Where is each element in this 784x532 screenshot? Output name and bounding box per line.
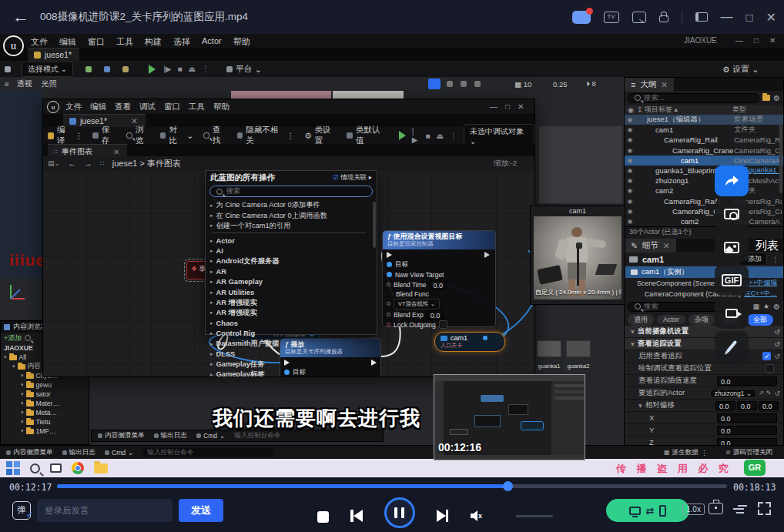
perspective-dropdown[interactable]: 透视: [17, 79, 32, 89]
add-content-button[interactable]: +添加: [4, 333, 22, 343]
details-settings-icon[interactable]: ⚙: [773, 303, 780, 311]
tab-close-icon[interactable]: ✕: [663, 241, 670, 250]
outliner-search-input[interactable]: 搜索...: [628, 93, 759, 103]
grid-snap-value[interactable]: ▦ 10: [514, 80, 531, 89]
toolbox-icon[interactable]: [709, 503, 723, 514]
pin-column-icon[interactable]: ↧: [637, 106, 645, 114]
task-view-icon[interactable]: [50, 463, 62, 473]
menu-item[interactable]: 构建: [145, 36, 162, 48]
menu-item[interactable]: ▸Gameplay任务: [206, 360, 374, 370]
save-button[interactable]: 保存: [92, 125, 116, 146]
menu-item[interactable]: 查看: [115, 102, 131, 112]
pip-preview-window[interactable]: 00:12:16: [434, 374, 585, 460]
pin-icon[interactable]: [387, 323, 390, 326]
diff-dropdown[interactable]: 对比 ⌄: [160, 125, 193, 146]
menu-item[interactable]: ▸Gameplay标签: [206, 370, 374, 376]
blend-func-dropdown[interactable]: VT混合线性 ⌄: [394, 299, 440, 309]
close-button[interactable]: ✕: [766, 10, 776, 25]
outliner-settings-icon[interactable]: ⚙: [773, 94, 780, 102]
source-control-button[interactable]: ⊘源码管理关闭: [725, 448, 772, 457]
cmd-dropdown[interactable]: Cmd ⌄: [196, 431, 225, 440]
enable-tracking-checkbox[interactable]: ✓: [762, 352, 771, 360]
debug-tracking-checkbox[interactable]: [766, 364, 774, 373]
outliner-tab[interactable]: ≡ 大纲✕: [625, 78, 674, 92]
rotate-tool-icon[interactable]: [461, 81, 467, 87]
pin-icon[interactable]: [387, 283, 390, 286]
visibility-eye-icon[interactable]: ◉: [625, 208, 635, 215]
context-menu-search-input[interactable]: 搜索: [209, 186, 373, 197]
screenshot-button[interactable]: [715, 199, 749, 229]
play-options-icon[interactable]: ⋮: [202, 65, 209, 73]
menu-item[interactable]: ▸AR 增强现实: [206, 297, 374, 307]
content-folder-row[interactable]: ▾1MF…: [1, 427, 89, 436]
scrollbar[interactable]: [779, 124, 782, 193]
console-input[interactable]: 输入控制台命令: [142, 448, 273, 457]
outliner-row[interactable]: ◉ cam1 CineCameraA: [625, 156, 783, 166]
blend-time-input[interactable]: 0.0: [430, 280, 447, 289]
gr-badge[interactable]: GR: [744, 460, 766, 476]
outliner-row[interactable]: ◉ CameraRig_Rail CameraRig_Ra: [625, 135, 783, 145]
blend-exp-input[interactable]: 0.0: [427, 310, 444, 320]
send-button[interactable]: 发送: [179, 499, 223, 522]
menu-item[interactable]: ▸Android文件服务器: [206, 256, 374, 266]
outliner-row[interactable]: ◉ cam2 文件夹: [625, 186, 783, 196]
pin-icon[interactable]: [387, 313, 390, 316]
breadcrumb[interactable]: juese1 > 事件图表: [112, 158, 181, 169]
reset-icon[interactable]: ↺: [774, 340, 780, 348]
find-button[interactable]: 查找: [203, 125, 227, 146]
visibility-eye-icon[interactable]: ◉: [625, 177, 635, 184]
lit-mode-dropdown[interactable]: 光照: [42, 79, 57, 89]
bp-frameskip-icon[interactable]: |▶: [412, 127, 420, 144]
stop-icon[interactable]: ■: [177, 65, 182, 73]
taskbar-search-icon[interactable]: [30, 463, 40, 473]
add-actor-icon[interactable]: [85, 66, 92, 72]
select-mode-dropdown[interactable]: 选择模式 ⌄: [22, 62, 73, 77]
x-input[interactable]: 0.0: [717, 413, 777, 423]
platform-dropdown[interactable]: 平台 ⌄: [226, 64, 262, 75]
content-folder-row[interactable]: ▾Meta…: [1, 408, 89, 417]
outliner-row[interactable]: ◉ guanka1_Blueprint 编辑quanka1_: [625, 166, 783, 176]
eject-icon[interactable]: ⏏: [189, 65, 196, 73]
nav-forward-icon[interactable]: →: [84, 159, 92, 168]
overlay-list-label[interactable]: 列表: [756, 239, 779, 253]
visibility-eye-icon[interactable]: ◉: [625, 187, 635, 194]
bp-play-icon[interactable]: [399, 131, 406, 140]
menu-item[interactable]: ▸创建一个对cam1的引用: [206, 221, 374, 231]
menu-item[interactable]: ▸Actor: [206, 236, 374, 246]
windows-start-icon[interactable]: [6, 461, 20, 475]
cam1-reference-node[interactable]: cam1 入口关卡: [434, 332, 505, 352]
component-row-instance[interactable]: cam1（实例）: [625, 266, 783, 278]
output-log-button[interactable]: 输出日志: [62, 448, 95, 457]
level-thumb[interactable]: guanka2: [566, 340, 591, 371]
next-button[interactable]: [437, 510, 449, 522]
ue-minimize-icon[interactable]: —: [735, 36, 743, 45]
outliner-row[interactable]: ◉ juese1（编辑器） 世界场景: [625, 115, 783, 125]
bp-stop-icon[interactable]: ■: [425, 132, 430, 140]
label-column-header[interactable]: 项目标签 ▴: [645, 105, 732, 115]
mute-button[interactable]: x: [470, 510, 484, 522]
graph-list-icon[interactable]: ▤⌄: [48, 159, 60, 167]
menu-item[interactable]: 工具: [189, 102, 205, 112]
menu-item[interactable]: Actor: [202, 36, 222, 48]
menu-item[interactable]: 窗口: [88, 36, 105, 48]
previous-button[interactable]: [350, 510, 363, 522]
derived-data-button[interactable]: ▦派生数据 ⋮: [664, 448, 708, 457]
content-folder-row[interactable]: ▾Tietu: [1, 417, 89, 427]
ue-close-icon[interactable]: ✕: [769, 36, 776, 45]
file-explorer-icon[interactable]: [94, 463, 108, 473]
visibility-eye-icon[interactable]: ◉: [625, 126, 635, 133]
fullscreen-button[interactable]: [758, 502, 771, 515]
outliner-row[interactable]: ◉ zhuizong1 StaticMeshAct: [625, 176, 783, 186]
interp-speed-input[interactable]: 0.0: [717, 376, 777, 386]
content-folder-row[interactable]: ▾Mater…: [1, 399, 89, 408]
settings-sliders-icon[interactable]: [733, 503, 747, 514]
section-tracking-settings[interactable]: ▾查看追踪设置↺: [625, 338, 783, 350]
ue-maximize-icon[interactable]: □: [754, 36, 759, 45]
compile-button[interactable]: 编译 ⋮: [48, 125, 82, 146]
scale-snap-value[interactable]: 0.25: [553, 80, 568, 89]
outliner-row[interactable]: ◉ CameraRig_Rail1 CameraRig_Ra: [625, 196, 783, 206]
graph-canvas[interactable]: ❖ 事件 GET 目标 序列播放器: [43, 170, 534, 376]
video-frame[interactable]: u 文件编辑窗口工具构建选择Actor帮助 JIAOXUE —□✕ juese1…: [0, 34, 784, 477]
visibility-eye-icon[interactable]: ◉: [625, 147, 635, 154]
record-button[interactable]: [715, 298, 749, 329]
